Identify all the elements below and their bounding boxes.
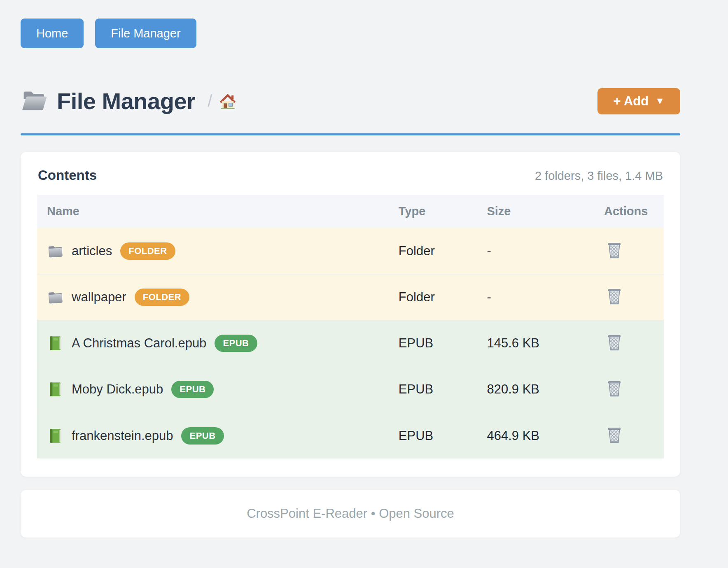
file-type-badge: FOLDER <box>135 289 189 306</box>
file-type-badge: EPUB <box>171 381 214 398</box>
column-header-actions: Actions <box>594 195 664 228</box>
green-book-icon <box>47 381 63 398</box>
nav-file-manager-button[interactable]: File Manager <box>95 19 196 48</box>
cell-type: EPUB <box>389 320 477 366</box>
delete-button[interactable] <box>604 239 625 261</box>
file-name[interactable]: A Christmas Carol.epub <box>72 336 206 351</box>
cell-type: Folder <box>389 228 477 274</box>
trash-icon <box>606 426 623 445</box>
cell-size: 820.9 KB <box>477 366 594 412</box>
trash-icon <box>606 241 623 260</box>
column-header-name: Name <box>37 195 389 228</box>
table-row[interactable]: frankenstein.epub EPUB EPUB 464.9 KB <box>37 412 664 459</box>
cell-size: 145.6 KB <box>477 320 594 366</box>
page-title: File Manager <box>57 88 195 114</box>
cell-type: EPUB <box>389 412 477 459</box>
folder-icon <box>47 289 63 305</box>
table-row[interactable]: A Christmas Carol.epub EPUB EPUB 145.6 K… <box>37 320 664 366</box>
card-title: Contents <box>38 168 97 183</box>
footer: CrossPoint E-Reader • Open Source <box>21 490 680 538</box>
add-button[interactable]: + Add ▼ <box>597 88 680 114</box>
page-header: File Manager / + Add ▼ <box>21 88 680 114</box>
trash-icon <box>606 379 623 398</box>
title-divider <box>21 133 680 135</box>
file-type-badge: FOLDER <box>120 242 175 260</box>
file-name[interactable]: frankenstein.epub <box>72 428 173 443</box>
contents-card: Contents 2 folders, 3 files, 1.4 MB Name… <box>21 152 680 477</box>
cell-size: - <box>477 228 594 274</box>
cell-size: 464.9 KB <box>477 412 594 459</box>
file-name[interactable]: articles <box>72 244 112 258</box>
table-row[interactable]: wallpaper FOLDER Folder - <box>37 274 664 320</box>
file-type-badge: EPUB <box>181 427 224 445</box>
top-navigation: Home File Manager <box>21 0 680 48</box>
card-header: Contents 2 folders, 3 files, 1.4 MB <box>37 168 664 183</box>
breadcrumb: / <box>208 92 237 110</box>
column-header-size: Size <box>477 195 594 228</box>
column-header-type: Type <box>389 195 477 228</box>
green-book-icon <box>47 335 63 352</box>
contents-summary: 2 folders, 3 files, 1.4 MB <box>535 169 663 183</box>
page: Home File Manager File Manager / + Add ▼ <box>21 0 680 538</box>
house-icon[interactable] <box>219 92 237 110</box>
delete-button[interactable] <box>604 285 625 307</box>
add-button-label: + Add <box>613 94 649 109</box>
open-folder-icon <box>21 89 48 113</box>
delete-button[interactable] <box>604 424 625 446</box>
cell-type: Folder <box>389 274 477 320</box>
green-book-icon <box>47 428 63 444</box>
breadcrumb-separator: / <box>208 92 212 110</box>
delete-button[interactable] <box>604 377 625 400</box>
file-type-badge: EPUB <box>215 335 257 352</box>
folder-icon <box>47 243 63 259</box>
footer-text: CrossPoint E-Reader • Open Source <box>247 506 454 521</box>
nav-home-button[interactable]: Home <box>21 19 84 48</box>
trash-icon <box>606 333 623 352</box>
chevron-down-icon: ▼ <box>655 95 665 107</box>
delete-button[interactable] <box>604 331 625 354</box>
trash-icon <box>606 287 623 306</box>
table-row[interactable]: articles FOLDER Folder - <box>37 228 664 274</box>
cell-type: EPUB <box>389 366 477 412</box>
file-name[interactable]: wallpaper <box>72 290 126 305</box>
file-name[interactable]: Moby Dick.epub <box>72 382 163 397</box>
cell-size: - <box>477 274 594 320</box>
table-row[interactable]: Moby Dick.epub EPUB EPUB 820.9 KB <box>37 366 664 412</box>
files-table: Name Type Size Actions a <box>37 195 664 459</box>
table-header-row: Name Type Size Actions <box>37 195 664 228</box>
